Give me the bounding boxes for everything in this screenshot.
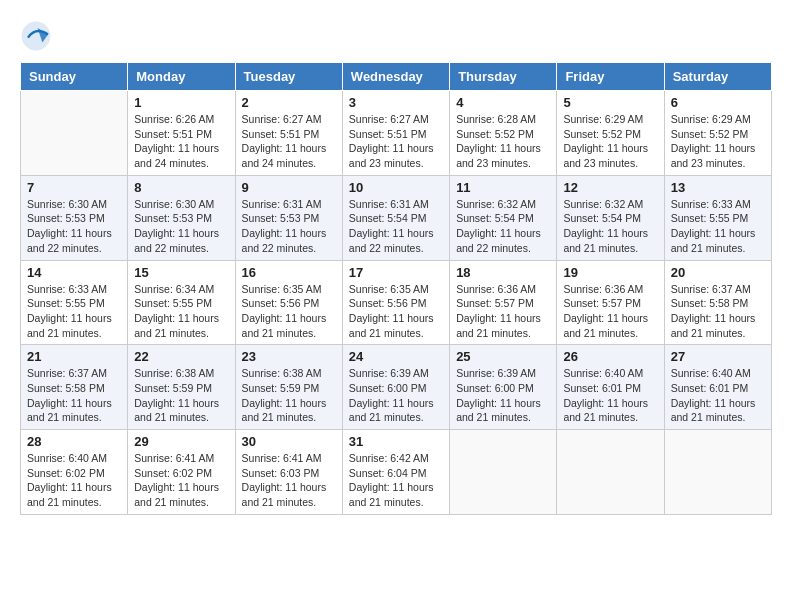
day-number: 25: [456, 349, 550, 364]
weekday-header: Wednesday: [342, 63, 449, 91]
day-number: 31: [349, 434, 443, 449]
calendar-cell: 11Sunrise: 6:32 AM Sunset: 5:54 PM Dayli…: [450, 175, 557, 260]
day-number: 19: [563, 265, 657, 280]
weekday-header: Monday: [128, 63, 235, 91]
calendar-cell: 6Sunrise: 6:29 AM Sunset: 5:52 PM Daylig…: [664, 91, 771, 176]
calendar-cell: 21Sunrise: 6:37 AM Sunset: 5:58 PM Dayli…: [21, 345, 128, 430]
day-info: Sunrise: 6:32 AM Sunset: 5:54 PM Dayligh…: [563, 197, 657, 256]
calendar-cell: 3Sunrise: 6:27 AM Sunset: 5:51 PM Daylig…: [342, 91, 449, 176]
calendar-cell: 16Sunrise: 6:35 AM Sunset: 5:56 PM Dayli…: [235, 260, 342, 345]
day-number: 28: [27, 434, 121, 449]
calendar-cell: 2Sunrise: 6:27 AM Sunset: 5:51 PM Daylig…: [235, 91, 342, 176]
day-info: Sunrise: 6:33 AM Sunset: 5:55 PM Dayligh…: [27, 282, 121, 341]
calendar-header: SundayMondayTuesdayWednesdayThursdayFrid…: [21, 63, 772, 91]
day-number: 14: [27, 265, 121, 280]
day-info: Sunrise: 6:33 AM Sunset: 5:55 PM Dayligh…: [671, 197, 765, 256]
day-info: Sunrise: 6:39 AM Sunset: 6:00 PM Dayligh…: [349, 366, 443, 425]
day-number: 5: [563, 95, 657, 110]
day-info: Sunrise: 6:32 AM Sunset: 5:54 PM Dayligh…: [456, 197, 550, 256]
calendar-cell: 10Sunrise: 6:31 AM Sunset: 5:54 PM Dayli…: [342, 175, 449, 260]
day-number: 18: [456, 265, 550, 280]
day-number: 1: [134, 95, 228, 110]
day-number: 23: [242, 349, 336, 364]
day-info: Sunrise: 6:36 AM Sunset: 5:57 PM Dayligh…: [456, 282, 550, 341]
day-number: 30: [242, 434, 336, 449]
day-info: Sunrise: 6:26 AM Sunset: 5:51 PM Dayligh…: [134, 112, 228, 171]
calendar-cell: 15Sunrise: 6:34 AM Sunset: 5:55 PM Dayli…: [128, 260, 235, 345]
calendar-cell: [21, 91, 128, 176]
calendar-table: SundayMondayTuesdayWednesdayThursdayFrid…: [20, 62, 772, 515]
calendar-cell: 25Sunrise: 6:39 AM Sunset: 6:00 PM Dayli…: [450, 345, 557, 430]
day-number: 16: [242, 265, 336, 280]
logo-icon: [20, 20, 52, 52]
day-number: 29: [134, 434, 228, 449]
day-info: Sunrise: 6:30 AM Sunset: 5:53 PM Dayligh…: [134, 197, 228, 256]
calendar-cell: 30Sunrise: 6:41 AM Sunset: 6:03 PM Dayli…: [235, 430, 342, 515]
weekday-header: Tuesday: [235, 63, 342, 91]
day-number: 12: [563, 180, 657, 195]
calendar-cell: 22Sunrise: 6:38 AM Sunset: 5:59 PM Dayli…: [128, 345, 235, 430]
calendar-cell: 14Sunrise: 6:33 AM Sunset: 5:55 PM Dayli…: [21, 260, 128, 345]
page-header: [20, 20, 772, 52]
day-info: Sunrise: 6:38 AM Sunset: 5:59 PM Dayligh…: [134, 366, 228, 425]
day-info: Sunrise: 6:28 AM Sunset: 5:52 PM Dayligh…: [456, 112, 550, 171]
day-number: 7: [27, 180, 121, 195]
day-number: 20: [671, 265, 765, 280]
weekday-header: Thursday: [450, 63, 557, 91]
calendar-cell: 23Sunrise: 6:38 AM Sunset: 5:59 PM Dayli…: [235, 345, 342, 430]
calendar-cell: 19Sunrise: 6:36 AM Sunset: 5:57 PM Dayli…: [557, 260, 664, 345]
calendar-cell: 5Sunrise: 6:29 AM Sunset: 5:52 PM Daylig…: [557, 91, 664, 176]
day-number: 21: [27, 349, 121, 364]
calendar-cell: 20Sunrise: 6:37 AM Sunset: 5:58 PM Dayli…: [664, 260, 771, 345]
calendar-cell: 9Sunrise: 6:31 AM Sunset: 5:53 PM Daylig…: [235, 175, 342, 260]
calendar-cell: 17Sunrise: 6:35 AM Sunset: 5:56 PM Dayli…: [342, 260, 449, 345]
day-info: Sunrise: 6:37 AM Sunset: 5:58 PM Dayligh…: [671, 282, 765, 341]
day-number: 27: [671, 349, 765, 364]
day-info: Sunrise: 6:40 AM Sunset: 6:01 PM Dayligh…: [671, 366, 765, 425]
day-number: 6: [671, 95, 765, 110]
calendar-cell: [557, 430, 664, 515]
day-info: Sunrise: 6:41 AM Sunset: 6:02 PM Dayligh…: [134, 451, 228, 510]
day-info: Sunrise: 6:40 AM Sunset: 6:02 PM Dayligh…: [27, 451, 121, 510]
day-info: Sunrise: 6:39 AM Sunset: 6:00 PM Dayligh…: [456, 366, 550, 425]
calendar-cell: 31Sunrise: 6:42 AM Sunset: 6:04 PM Dayli…: [342, 430, 449, 515]
day-number: 8: [134, 180, 228, 195]
day-info: Sunrise: 6:29 AM Sunset: 5:52 PM Dayligh…: [671, 112, 765, 171]
calendar-cell: 8Sunrise: 6:30 AM Sunset: 5:53 PM Daylig…: [128, 175, 235, 260]
day-info: Sunrise: 6:31 AM Sunset: 5:54 PM Dayligh…: [349, 197, 443, 256]
day-number: 11: [456, 180, 550, 195]
calendar-cell: 18Sunrise: 6:36 AM Sunset: 5:57 PM Dayli…: [450, 260, 557, 345]
calendar-cell: [450, 430, 557, 515]
weekday-header: Saturday: [664, 63, 771, 91]
day-info: Sunrise: 6:34 AM Sunset: 5:55 PM Dayligh…: [134, 282, 228, 341]
day-info: Sunrise: 6:27 AM Sunset: 5:51 PM Dayligh…: [349, 112, 443, 171]
logo: [20, 20, 56, 52]
calendar-cell: 28Sunrise: 6:40 AM Sunset: 6:02 PM Dayli…: [21, 430, 128, 515]
day-info: Sunrise: 6:42 AM Sunset: 6:04 PM Dayligh…: [349, 451, 443, 510]
calendar-cell: 12Sunrise: 6:32 AM Sunset: 5:54 PM Dayli…: [557, 175, 664, 260]
day-info: Sunrise: 6:35 AM Sunset: 5:56 PM Dayligh…: [349, 282, 443, 341]
day-info: Sunrise: 6:36 AM Sunset: 5:57 PM Dayligh…: [563, 282, 657, 341]
day-number: 2: [242, 95, 336, 110]
day-number: 22: [134, 349, 228, 364]
day-info: Sunrise: 6:29 AM Sunset: 5:52 PM Dayligh…: [563, 112, 657, 171]
day-number: 9: [242, 180, 336, 195]
day-info: Sunrise: 6:35 AM Sunset: 5:56 PM Dayligh…: [242, 282, 336, 341]
calendar-cell: 1Sunrise: 6:26 AM Sunset: 5:51 PM Daylig…: [128, 91, 235, 176]
day-info: Sunrise: 6:30 AM Sunset: 5:53 PM Dayligh…: [27, 197, 121, 256]
day-info: Sunrise: 6:38 AM Sunset: 5:59 PM Dayligh…: [242, 366, 336, 425]
calendar-cell: 29Sunrise: 6:41 AM Sunset: 6:02 PM Dayli…: [128, 430, 235, 515]
day-number: 17: [349, 265, 443, 280]
day-info: Sunrise: 6:37 AM Sunset: 5:58 PM Dayligh…: [27, 366, 121, 425]
day-number: 15: [134, 265, 228, 280]
weekday-header: Sunday: [21, 63, 128, 91]
calendar-cell: 24Sunrise: 6:39 AM Sunset: 6:00 PM Dayli…: [342, 345, 449, 430]
weekday-header: Friday: [557, 63, 664, 91]
day-number: 10: [349, 180, 443, 195]
day-info: Sunrise: 6:31 AM Sunset: 5:53 PM Dayligh…: [242, 197, 336, 256]
calendar-cell: [664, 430, 771, 515]
day-info: Sunrise: 6:27 AM Sunset: 5:51 PM Dayligh…: [242, 112, 336, 171]
day-info: Sunrise: 6:40 AM Sunset: 6:01 PM Dayligh…: [563, 366, 657, 425]
day-info: Sunrise: 6:41 AM Sunset: 6:03 PM Dayligh…: [242, 451, 336, 510]
calendar-cell: 26Sunrise: 6:40 AM Sunset: 6:01 PM Dayli…: [557, 345, 664, 430]
